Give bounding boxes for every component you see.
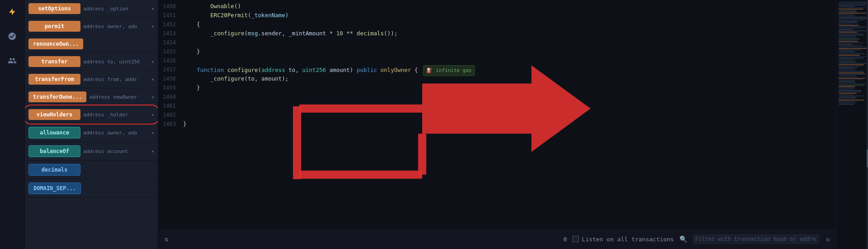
chevron-icon-transferFrom[interactable]: ▾ (151, 77, 154, 82)
minimap-line (839, 2, 867, 3)
function-item-transfer[interactable]: transferaddress to, uint25€▾ (25, 53, 158, 71)
minimap-line (839, 68, 855, 69)
func-params-allowance: address owner, ado (83, 130, 149, 136)
minimap-line (839, 48, 868, 49)
func-params-balanceOf: address account (83, 148, 149, 154)
minimap-line (839, 33, 862, 34)
func-btn-DOMAIN_SEP[interactable]: DOMAIN_SEP... (28, 182, 81, 194)
line-number-1452: 1452 (158, 20, 183, 29)
minimap-line (839, 32, 857, 33)
code-line-1450: 1450 Ownable() (158, 2, 836, 11)
func-btn-permit[interactable]: permit (28, 21, 80, 32)
function-item-viewHolders[interactable]: viewHoldersaddress _holder▾ (25, 106, 158, 124)
code-line-1462: 1462 (158, 110, 836, 120)
chevron-icon-balanceOf[interactable]: ▾ (151, 149, 154, 154)
minimap-line (839, 63, 868, 64)
line-number-1455: 1455 (158, 47, 183, 56)
func-btn-decimals[interactable]: decimals (28, 164, 80, 176)
func-btn-renounceOwn[interactable]: renounceOwn... (28, 38, 83, 49)
code-line-1455: 1455 } (158, 47, 836, 56)
minimap-line (839, 26, 866, 27)
chevron-icon-allowance[interactable]: ▾ (151, 130, 154, 135)
func-btn-transfer[interactable]: transfer (28, 56, 80, 67)
function-item-transferFrom[interactable]: transferFromaddress from, addr▾ (25, 71, 158, 88)
minimap-line (839, 18, 867, 19)
line-code-1459: } (183, 83, 836, 92)
line-number-1450: 1450 (158, 2, 183, 11)
chevron-icon-transferOwne[interactable]: ▾ (151, 95, 154, 100)
minimap-line (839, 82, 856, 83)
line-code-1458: _configure(to, amount); (183, 74, 836, 83)
minimap-line (839, 43, 863, 43)
minimap-line (839, 28, 863, 29)
line-number-1461: 1461 (158, 101, 183, 110)
func-params-transferFrom: address from, addr (83, 77, 149, 82)
minimap-line (839, 51, 854, 52)
deploy-icon[interactable] (4, 53, 20, 69)
minimap-line (839, 38, 860, 39)
minimap-line (839, 74, 866, 75)
minimap-line (839, 78, 865, 79)
func-btn-viewHolders[interactable]: viewHolders (28, 109, 80, 120)
minimap-line (839, 10, 856, 11)
func-btn-allowance[interactable]: allowance (28, 127, 80, 139)
minimap-line (839, 96, 865, 96)
chevron-icon-transfer[interactable]: ▾ (151, 59, 154, 64)
minimap-line (839, 67, 857, 68)
function-item-transferOwne[interactable]: transferOwne...address newOwner▾ (25, 88, 158, 106)
debug-icon[interactable] (4, 28, 20, 44)
minimap-line (839, 66, 862, 67)
func-btn-transferOwne[interactable]: transferOwne... (28, 91, 86, 102)
chevron-icon-setOptions[interactable]: ▾ (151, 6, 154, 11)
line-code-1455: } (183, 47, 836, 56)
minimap-line (839, 100, 864, 101)
editor-area: 1450 Ownable()1451 ERC20Permit(_tokenNam… (158, 0, 836, 249)
function-item-balanceOf[interactable]: balanceOfaddress account▾ (25, 142, 158, 161)
minimap-line (839, 79, 862, 80)
minimap-line (839, 21, 857, 22)
chevron-icon-permit[interactable]: ▾ (151, 24, 154, 29)
function-item-allowance[interactable]: allowanceaddress owner, ado▾ (25, 124, 158, 142)
minimap-line (839, 47, 867, 48)
fold-icon[interactable]: ⇅ (165, 235, 168, 243)
function-item-DOMAIN_SEP[interactable]: DOMAIN_SEP... (25, 179, 158, 198)
minimap-line (839, 71, 864, 72)
function-item-decimals[interactable]: decimals (25, 161, 158, 179)
minimap-line (839, 62, 856, 62)
minimap-line (839, 7, 865, 8)
function-panel: setOptionsaddress _option▾permitaddress … (25, 0, 158, 249)
minimap-line (839, 36, 855, 37)
minimap-line (839, 83, 868, 84)
func-params-transfer: address to, uint25€ (83, 59, 149, 65)
filter-search-icon[interactable]: 🔍 (679, 235, 687, 243)
listen-all-label: Listen on all transactions (582, 236, 674, 243)
chevron-icon-viewHolders[interactable]: ▾ (151, 112, 154, 117)
listen-all-wrap: Listen on all transactions (572, 236, 674, 243)
minimap-line (839, 17, 866, 18)
minimap-line (839, 45, 863, 46)
func-btn-transferFrom[interactable]: transferFrom (28, 74, 80, 85)
minimap-line (839, 101, 855, 102)
listen-all-checkbox[interactable] (572, 236, 579, 242)
code-content: 1450 Ownable()1451 ERC20Permit(_tokenNam… (158, 0, 836, 229)
code-line-1452: 1452 { (158, 20, 836, 29)
minimap-line (839, 93, 857, 94)
minimap-line (839, 59, 855, 60)
minimap-line (839, 57, 863, 58)
minimap-line (839, 97, 856, 98)
filter-input[interactable] (693, 234, 819, 244)
line-number-1462: 1462 (158, 110, 183, 120)
function-item-setOptions[interactable]: setOptionsaddress _option▾ (25, 0, 158, 18)
minimap-line (839, 30, 868, 31)
minimap-line (839, 72, 864, 73)
func-btn-balanceOf[interactable]: balanceOf (28, 145, 80, 157)
minimap-line (839, 70, 856, 71)
function-item-permit[interactable]: permitaddress owner, ado▾ (25, 18, 158, 35)
minimap-line (839, 55, 860, 56)
minimap-line (839, 98, 857, 99)
minimap-line (839, 104, 854, 105)
func-btn-setOptions[interactable]: setOptions (28, 3, 80, 14)
plugin-icon[interactable] (4, 4, 20, 20)
function-item-renounceOwn[interactable]: renounceOwn... (25, 35, 158, 53)
refresh-icon[interactable]: ↻ (826, 235, 830, 243)
